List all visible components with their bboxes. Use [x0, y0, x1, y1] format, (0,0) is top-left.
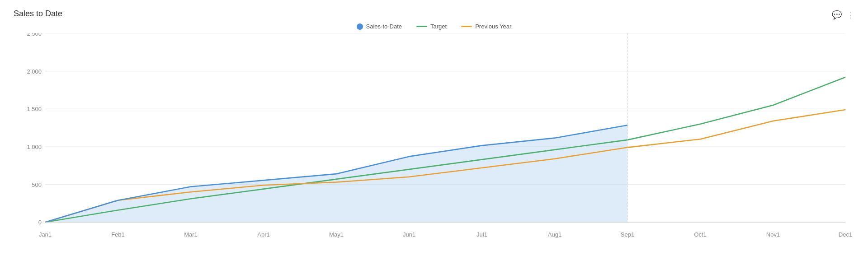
svg-text:Jan1: Jan1	[39, 231, 52, 237]
chart-container: Sales to Date 💬 ⋮ Sales-to-Date Target P…	[0, 0, 868, 265]
legend-line-prev	[461, 26, 472, 27]
svg-text:Jun1: Jun1	[403, 231, 415, 237]
chart-legend: Sales-to-Date Target Previous Year	[14, 23, 854, 30]
svg-text:Feb1: Feb1	[111, 231, 125, 237]
svg-text:Oct1: Oct1	[694, 231, 706, 237]
svg-text:Jul1: Jul1	[476, 231, 487, 237]
chart-title: Sales to Date	[14, 9, 854, 19]
svg-text:Aug1: Aug1	[548, 231, 561, 237]
svg-text:1,500: 1,500	[27, 106, 42, 112]
svg-text:Sep1: Sep1	[621, 231, 634, 237]
legend-label-target: Target	[430, 23, 447, 30]
legend-item-previous-year: Previous Year	[461, 23, 511, 30]
legend-item-target: Target	[416, 23, 447, 30]
more-options-icon[interactable]: ⋮	[846, 10, 854, 20]
svg-text:500: 500	[32, 181, 42, 188]
svg-text:Apr1: Apr1	[257, 231, 269, 237]
legend-label-sales: Sales-to-Date	[366, 23, 402, 30]
svg-text:2,000: 2,000	[27, 68, 42, 75]
top-icons: 💬 ⋮	[832, 10, 854, 20]
svg-text:0: 0	[38, 219, 42, 226]
svg-text:Dec1: Dec1	[839, 231, 852, 237]
svg-text:2,500: 2,500	[27, 33, 42, 37]
comment-icon[interactable]: 💬	[832, 10, 842, 20]
legend-item-sales-to-date: Sales-to-Date	[357, 23, 402, 30]
legend-label-prev-year: Previous Year	[475, 23, 511, 30]
svg-text:Mar1: Mar1	[184, 231, 198, 237]
svg-text:Nov1: Nov1	[766, 231, 780, 237]
chart-area: 2,500 2,000 1,500 1,000 500 0 Jan1 Feb1 …	[14, 33, 854, 241]
svg-text:1,000: 1,000	[27, 144, 42, 150]
svg-text:May1: May1	[329, 231, 344, 237]
chart-svg: 2,500 2,000 1,500 1,000 500 0 Jan1 Feb1 …	[14, 33, 854, 241]
legend-line-target	[416, 26, 427, 27]
legend-dot-sales	[357, 23, 363, 30]
